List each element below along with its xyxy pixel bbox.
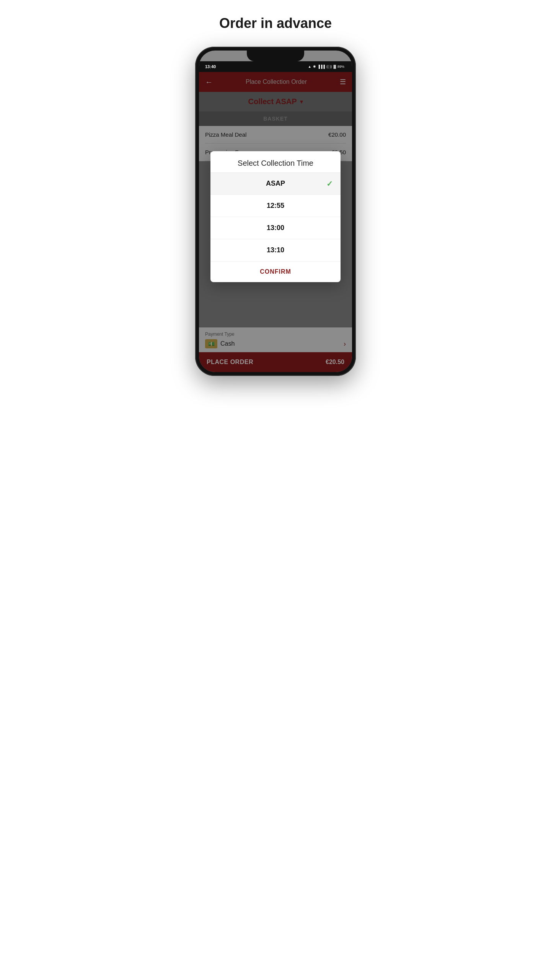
time-option-asap[interactable]: ASAP ✓ (210, 173, 341, 195)
screen-content: 13:40 ▲ ✱ ▐▐▐ ((·)) ▓ 89% ← Place Collec… (199, 61, 352, 372)
battery-icon: ▓ (333, 65, 336, 69)
modal-overlay: Select Collection Time ASAP ✓ 12:55 13:0… (199, 61, 352, 372)
time-option-asap-label: ASAP (218, 180, 333, 188)
time-option-1300[interactable]: 13:00 (210, 217, 341, 239)
phone-screen: 13:40 ▲ ✱ ▐▐▐ ((·)) ▓ 89% ← Place Collec… (199, 51, 352, 372)
network-icon: ▐▐▐ (318, 65, 325, 69)
confirm-button[interactable]: CONFIRM (210, 261, 341, 282)
bluetooth-icon: ✱ (313, 65, 316, 69)
collection-time-modal: Select Collection Time ASAP ✓ 12:55 13:0… (210, 151, 341, 282)
modal-title: Select Collection Time (238, 159, 313, 167)
time-option-1310-label: 13:10 (218, 246, 333, 254)
status-time: 13:40 (205, 64, 216, 69)
time-option-1310[interactable]: 13:10 (210, 239, 341, 261)
confirm-text: CONFIRM (260, 268, 291, 275)
time-option-1255[interactable]: 12:55 (210, 195, 341, 217)
phone-frame: 13:40 ▲ ✱ ▐▐▐ ((·)) ▓ 89% ← Place Collec… (195, 47, 356, 376)
signal-icon: ▲ (308, 65, 311, 69)
time-option-1300-label: 13:00 (218, 224, 333, 232)
status-bar: 13:40 ▲ ✱ ▐▐▐ ((·)) ▓ 89% (199, 61, 352, 72)
selected-checkmark-icon: ✓ (326, 179, 333, 188)
modal-title-row: Select Collection Time (210, 151, 341, 173)
page-title: Order in advance (219, 15, 332, 31)
status-icons: ▲ ✱ ▐▐▐ ((·)) ▓ 89% (308, 65, 344, 69)
time-option-1255-label: 12:55 (218, 202, 333, 210)
battery-percent: 89% (337, 65, 344, 69)
wifi-icon: ((·)) (326, 65, 332, 69)
notch (247, 51, 304, 61)
